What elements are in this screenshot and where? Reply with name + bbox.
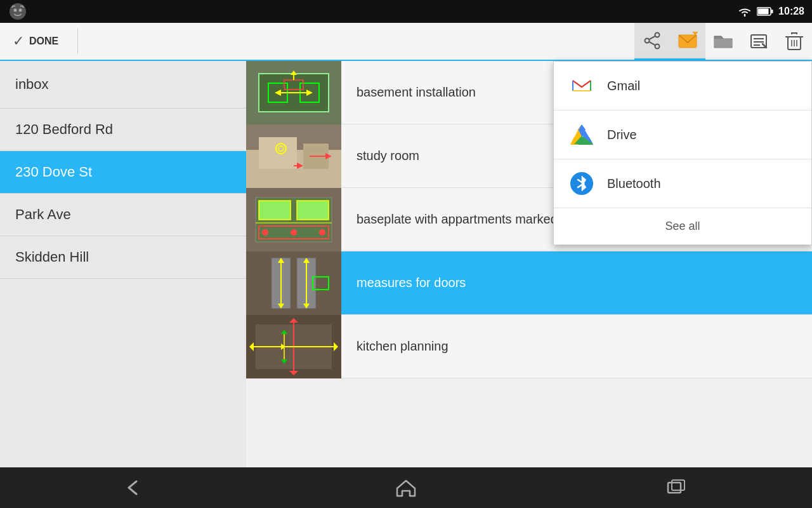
sidebar-item-120bedford[interactable]: 120 Bedford Rd (0, 109, 246, 151)
status-right: 10:28 (738, 6, 804, 17)
app-icon (8, 1, 28, 22)
see-all-option[interactable]: See all (554, 208, 811, 244)
svg-marker-12 (693, 32, 698, 35)
item-title: baseplate with appartments marked (341, 212, 558, 227)
svg-point-49 (262, 229, 268, 236)
svg-rect-84 (668, 483, 681, 493)
gmail-icon (569, 73, 594, 98)
share-gmail-option[interactable]: Gmail (554, 62, 811, 110)
check-icon: ✓ (13, 33, 24, 50)
wifi-icon (738, 6, 752, 17)
sidebar-item-230dove[interactable]: 230 Dove St (0, 151, 246, 194)
svg-rect-85 (672, 480, 684, 490)
folder-button[interactable] (705, 22, 741, 60)
done-label: DONE (29, 36, 58, 47)
drive-label: Drive (607, 128, 637, 142)
share-bluetooth-option[interactable]: Bluetooth (554, 159, 811, 208)
svg-line-10 (649, 41, 655, 44)
svg-rect-47 (297, 201, 329, 220)
toolbar-divider (77, 29, 78, 54)
bluetooth-label: Bluetooth (607, 177, 661, 191)
svg-point-0 (10, 3, 26, 20)
svg-point-8 (655, 44, 660, 48)
home-button[interactable] (381, 475, 431, 500)
share-button[interactable] (634, 22, 670, 60)
toolbar-actions (634, 23, 812, 60)
email-button[interactable] (670, 22, 705, 60)
recents-button[interactable] (652, 475, 702, 500)
item-title: basement installation (341, 85, 476, 100)
bluetooth-icon (569, 171, 594, 196)
item-title: kitchen planning (341, 339, 449, 354)
svg-point-7 (645, 38, 650, 43)
delete-button[interactable] (776, 22, 812, 60)
svg-point-2 (19, 9, 22, 12)
drive-icon (569, 122, 594, 147)
see-all-label: See all (665, 220, 700, 233)
thumbnail (246, 188, 341, 251)
svg-point-51 (319, 229, 325, 236)
thumbnail (246, 124, 341, 188)
back-button[interactable] (110, 475, 160, 500)
battery-icon (757, 7, 773, 16)
thumbnail (246, 61, 341, 124)
sidebar-item-parkave[interactable]: Park Ave (0, 194, 246, 236)
thumbnail (246, 251, 341, 315)
item-title: measures for doors (341, 276, 466, 290)
rename-button[interactable] (741, 22, 776, 60)
svg-rect-46 (259, 201, 291, 220)
sidebar: inbox 120 Bedford Rd 230 Dove St Park Av… (0, 61, 246, 483)
done-button[interactable]: ✓ DONE (0, 23, 71, 60)
svg-rect-53 (246, 251, 341, 315)
sidebar-item-skiddenhill[interactable]: Skidden Hill (0, 236, 246, 279)
svg-point-6 (655, 32, 660, 37)
list-item[interactable]: measures for doors (246, 251, 812, 315)
status-time: 10:28 (778, 6, 804, 17)
thumbnail (246, 315, 341, 378)
svg-point-50 (291, 229, 297, 236)
sidebar-item-inbox[interactable]: inbox (0, 61, 246, 109)
gmail-label: Gmail (607, 79, 640, 93)
toolbar: ✓ DONE (0, 23, 812, 61)
svg-rect-4 (771, 10, 773, 13)
svg-rect-13 (714, 39, 732, 48)
share-drive-option[interactable]: Drive (554, 110, 811, 159)
status-bar: 10:28 (0, 0, 812, 23)
svg-line-9 (649, 36, 655, 39)
svg-rect-5 (758, 9, 769, 15)
list-item[interactable]: kitchen planning (246, 315, 812, 378)
share-dropdown: Gmail (553, 61, 812, 245)
nav-bar (0, 467, 812, 508)
svg-point-1 (14, 9, 17, 12)
item-title: study room (341, 149, 419, 163)
